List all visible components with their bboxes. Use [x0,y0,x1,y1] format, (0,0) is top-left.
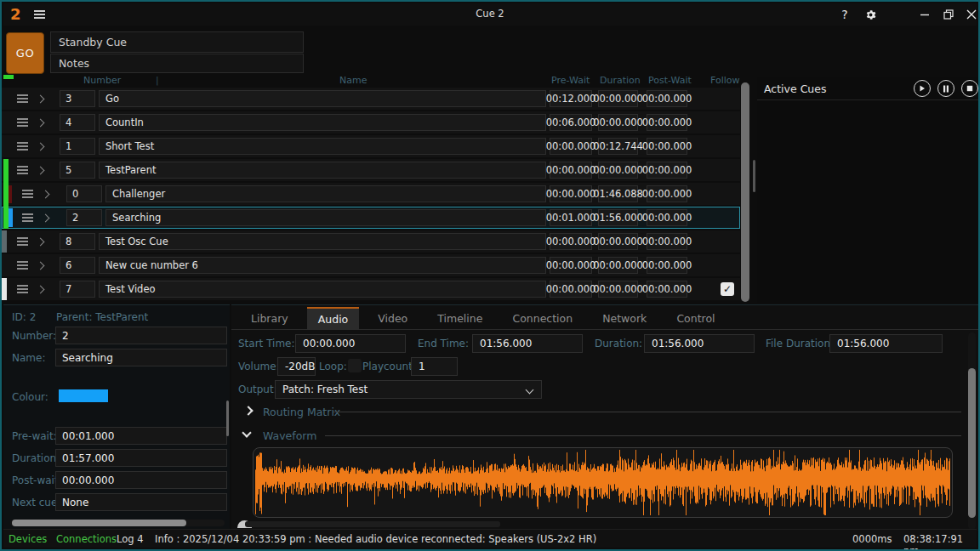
cue-number-field[interactable]: 3 [60,90,95,107]
drag-handle-icon[interactable] [17,241,28,242]
post-wait-field[interactable]: 00:00.000 [647,90,687,107]
chevron-right-icon[interactable] [42,214,50,223]
cue-row-new-cue-6[interactable]: 6 New cue number 6 00:00.000 00:00.000 0… [2,254,740,276]
pre-wait-input[interactable]: 00:01.000 [55,427,227,445]
cue-name-field[interactable]: Test Video [99,281,546,298]
pre-wait-field[interactable]: 00:00.000 [550,233,592,250]
duration-field[interactable]: 01:56.000 [598,209,638,226]
file-duration-input[interactable]: 01:56.000 [829,334,943,353]
drag-handle-icon[interactable] [17,288,28,290]
duration-field[interactable]: 00:12.744 [598,138,638,155]
col-header-name[interactable]: Name [339,75,367,86]
cue-list-scrollbar-thumb[interactable] [741,82,749,302]
cue-number-field[interactable]: 4 [60,114,95,131]
col-separator[interactable]: | [156,75,159,86]
cue-row-test-osc-cue[interactable]: 8 Test Osc Cue 00:00.000 00:00.000 00:00… [2,230,740,253]
drag-handle-icon[interactable] [17,264,28,266]
cue-list-scrollbar[interactable] [741,82,749,302]
pre-wait-field[interactable]: 00:00.000 [550,138,592,155]
post-wait-field[interactable]: 00:00.000 [647,138,687,155]
chevron-right-icon[interactable] [37,167,45,175]
follow-checkbox[interactable]: ✓ [721,282,734,296]
tab-video[interactable]: Video [367,307,419,330]
drag-handle-icon[interactable] [17,98,28,99]
inspector-vscrollbar-thumb[interactable] [226,400,229,436]
output-select[interactable]: Patch: Fresh Test [275,380,542,399]
next-cue-input[interactable]: None [55,493,227,511]
maximize-button[interactable] [939,6,958,23]
cue-row-countin[interactable]: 4 CountIn 00:06.000 00:00.000 00:00.000 [2,111,740,133]
play-all-button[interactable] [914,80,931,97]
loop-checkbox[interactable] [348,359,362,372]
devices-link[interactable]: Devices [9,533,47,545]
stop-all-button[interactable] [961,80,978,97]
duration-field[interactable]: 00:00.000 [598,233,638,250]
pause-all-button[interactable] [937,80,954,97]
cue-number-field[interactable]: 2 [66,209,102,226]
cue-name-field[interactable]: Test Osc Cue [99,233,546,250]
post-wait-field[interactable]: 00:00.000 [647,185,687,202]
pre-wait-field[interactable]: 00:00.000 [550,257,592,274]
number-input[interactable]: 2 [55,327,227,344]
duration-field[interactable]: 00:00.000 [598,162,638,179]
col-header-follow[interactable]: Follow [710,75,740,86]
waveform-expander chevron-down-icon[interactable] [242,428,251,437]
settings-button[interactable] [861,6,880,23]
routing-matrix-label[interactable]: Routing Matrix [263,406,340,418]
cue-number-field[interactable]: 5 [60,162,95,179]
routing-matrix-expander chevron-right-icon[interactable] [243,406,253,415]
cue-number-field[interactable]: 7 [60,281,95,298]
name-input[interactable]: Searching [55,349,227,366]
cue-number-field[interactable]: 8 [60,233,95,250]
duration-field[interactable]: 01:46.088 [598,185,638,202]
cue-name-field[interactable]: Go [99,90,546,107]
duration-field[interactable]: 00:00.000 [598,281,638,298]
pre-wait-field[interactable]: 00:06.000 [550,114,592,131]
colour-swatch[interactable] [59,389,108,402]
editor-scrollbar[interactable] [968,332,976,530]
chevron-right-icon[interactable] [37,238,45,247]
cue-name-field[interactable]: New cue number 6 [99,257,546,274]
waveform-display[interactable] [253,447,953,518]
go-button[interactable]: GO [6,32,44,74]
post-wait-field[interactable]: 00:00.000 [647,209,687,226]
log-link[interactable]: Log 4 [117,533,144,545]
cue-name-field[interactable]: TestParent [99,162,546,179]
waveform-label[interactable]: Waveform [263,429,316,442]
chevron-right-icon[interactable] [37,95,45,104]
cue-row-challenger[interactable]: 0 Challenger 00:00.000 01:46.088 00:00.0… [2,183,740,205]
post-wait-field[interactable]: 00:00.000 [647,114,687,131]
editor-scrollbar-thumb[interactable] [968,368,976,518]
drag-handle-icon[interactable] [22,217,33,219]
col-header-number[interactable]: Number [83,75,121,86]
drag-handle-icon[interactable] [17,122,28,123]
pre-wait-field[interactable]: 00:00.000 [550,185,592,202]
drag-handle-icon[interactable] [17,145,28,147]
tab-control[interactable]: Control [665,307,726,330]
cue-name-field[interactable]: Searching [105,209,546,226]
inspector-hscrollbar-thumb[interactable] [12,520,186,526]
tab-timeline[interactable]: Timeline [426,307,493,330]
pre-wait-field[interactable]: 00:01.000 [550,209,592,226]
tab-audio[interactable]: Audio [307,307,360,330]
cue-row-short-test[interactable]: 1 Short Test 00:00.000 00:12.744 00:00.0… [2,135,740,157]
cue-row-go[interactable]: 3 Go 00:12.000 00:00.000 00:00.000 [2,88,740,110]
duration-input[interactable]: 01:57.000 [55,449,227,467]
mini-scrollbar-thumb[interactable] [753,160,755,192]
start-time-input[interactable]: 00:00.000 [295,334,406,353]
audio-duration-input[interactable]: 01:56.000 [644,334,755,353]
volume-input[interactable]: -20dB [277,357,316,376]
help-button[interactable]: ? [835,6,854,23]
post-wait-field[interactable]: 00:00.000 [647,162,687,179]
playcount-input[interactable]: 1 [411,357,458,376]
standby-cue-field[interactable]: Standby Cue [50,31,304,53]
cue-number-field[interactable]: 0 [66,185,102,202]
tab-connection[interactable]: Connection [501,307,584,330]
chevron-right-icon[interactable] [37,119,45,128]
inspector-hscrollbar[interactable] [10,520,225,526]
drag-handle-icon[interactable] [22,193,33,195]
cue-name-field[interactable]: Short Test [99,138,546,155]
chevron-right-icon[interactable] [37,143,45,151]
cue-row-testparent[interactable]: 5 TestParent 00:00.000 00:00.000 00:00.0… [2,159,740,181]
pre-wait-field[interactable]: 00:00.000 [550,162,592,179]
